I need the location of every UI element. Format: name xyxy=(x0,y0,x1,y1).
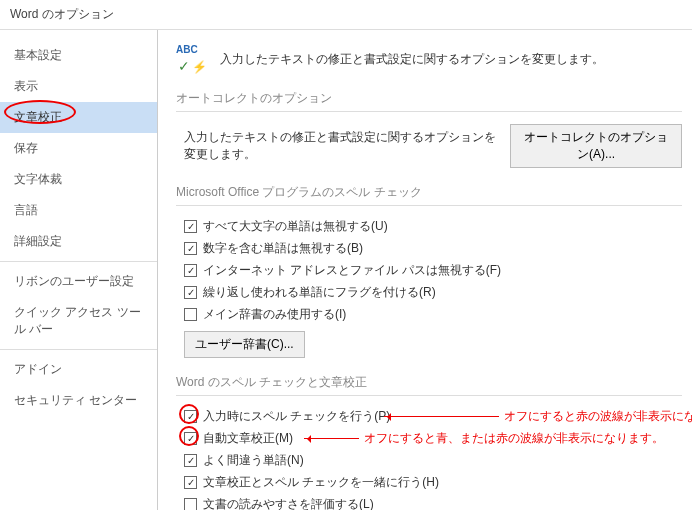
sidebar-divider xyxy=(0,349,157,350)
check-label: インターネット アドレスとファイル パスは無視する(F) xyxy=(203,262,501,279)
check-label: 文章校正とスペル チェックを一緒に行う(H) xyxy=(203,474,439,491)
check-ignore-internet[interactable]: インターネット アドレスとファイル パスは無視する(F) xyxy=(184,262,682,279)
check-flag-repeated[interactable]: 繰り返し使われる単語にフラグを付ける(R) xyxy=(184,284,682,301)
check-confused-words[interactable]: よく間違う単語(N) xyxy=(184,452,682,469)
sidebar-item-advanced[interactable]: 詳細設定 xyxy=(0,226,157,257)
intro-row: ABC ✓ ⚡ 入力したテキストの修正と書式設定に関するオプションを変更します。 xyxy=(176,44,682,74)
check-label: メイン辞書のみ使用する(I) xyxy=(203,306,346,323)
msoffice-spell-list: すべて大文字の単語は無視する(U) 数字を含む単語は無視する(B) インターネッ… xyxy=(184,218,682,358)
sidebar-item-proofing[interactable]: 文章校正 xyxy=(0,102,157,133)
annotation-text: オフにすると赤の波線が非表示になります。 xyxy=(504,408,692,425)
check-ignore-numbers[interactable]: 数字を含む単語は無視する(B) xyxy=(184,240,682,257)
sidebar-item-qat[interactable]: クイック アクセス ツール バー xyxy=(0,297,157,345)
checkbox-icon[interactable] xyxy=(184,432,197,445)
check-label: 繰り返し使われる単語にフラグを付ける(R) xyxy=(203,284,436,301)
check-grammar-with-spelling[interactable]: 文章校正とスペル チェックを一緒に行う(H) xyxy=(184,474,682,491)
sidebar-item-save[interactable]: 保存 xyxy=(0,133,157,164)
checkbox-icon[interactable] xyxy=(184,308,197,321)
checkbox-icon[interactable] xyxy=(184,454,197,467)
section-word-spell-header: Word のスペル チェックと文章校正 xyxy=(176,374,682,396)
checkbox-icon[interactable] xyxy=(184,264,197,277)
autocorrect-row: 入力したテキストの修正と書式設定に関するオプションを変更します。 オートコレクト… xyxy=(184,124,682,168)
autocorrect-options-button[interactable]: オートコレクトのオプション(A)... xyxy=(510,124,682,168)
checkbox-icon[interactable] xyxy=(184,242,197,255)
intro-text: 入力したテキストの修正と書式設定に関するオプションを変更します。 xyxy=(220,51,604,68)
sidebar-divider xyxy=(0,261,157,262)
sidebar-item-addins[interactable]: アドイン xyxy=(0,354,157,385)
check-label: 自動文章校正(M) xyxy=(203,430,293,447)
check-auto-grammar[interactable]: 自動文章校正(M) オフにすると青、または赤の波線が非表示になります。 xyxy=(184,430,682,447)
window-title: Word のオプション xyxy=(0,0,692,30)
check-ignore-uppercase[interactable]: すべて大文字の単語は無視する(U) xyxy=(184,218,682,235)
checkbox-icon[interactable] xyxy=(184,476,197,489)
sidebar-item-language[interactable]: 言語 xyxy=(0,195,157,226)
sidebar: 基本設定 表示 文章校正 保存 文字体裁 言語 詳細設定 リボンのユーザー設定 … xyxy=(0,30,158,510)
checkbox-icon[interactable] xyxy=(184,498,197,510)
checkbox-icon[interactable] xyxy=(184,410,197,423)
proofing-icon: ABC ✓ ⚡ xyxy=(176,44,210,74)
sidebar-item-basic[interactable]: 基本設定 xyxy=(0,40,157,71)
check-label: 数字を含む単語は無視する(B) xyxy=(203,240,363,257)
sidebar-item-display[interactable]: 表示 xyxy=(0,71,157,102)
check-label: 入力時にスペル チェックを行う(P) xyxy=(203,408,390,425)
sidebar-item-trust[interactable]: セキュリティ センター xyxy=(0,385,157,416)
word-spell-list: 入力時にスペル チェックを行う(P) オフにすると赤の波線が非表示になります。 … xyxy=(184,408,682,510)
check-main-dict-only[interactable]: メイン辞書のみ使用する(I) xyxy=(184,306,682,323)
check-readability[interactable]: 文書の読みやすさを評価する(L) xyxy=(184,496,682,510)
checkbox-icon[interactable] xyxy=(184,286,197,299)
sidebar-item-label: 文章校正 xyxy=(14,110,62,124)
checkbox-icon[interactable] xyxy=(184,220,197,233)
main-panel: ABC ✓ ⚡ 入力したテキストの修正と書式設定に関するオプションを変更します。… xyxy=(158,30,692,510)
section-msoffice-spell-header: Microsoft Office プログラムのスペル チェック xyxy=(176,184,682,206)
content-container: 基本設定 表示 文章校正 保存 文字体裁 言語 詳細設定 リボンのユーザー設定 … xyxy=(0,30,692,510)
annotation-text: オフにすると青、または赤の波線が非表示になります。 xyxy=(364,430,664,447)
check-label: すべて大文字の単語は無視する(U) xyxy=(203,218,388,235)
autocorrect-desc: 入力したテキストの修正と書式設定に関するオプションを変更します。 xyxy=(184,129,500,163)
sidebar-item-typography[interactable]: 文字体裁 xyxy=(0,164,157,195)
check-label: 文書の読みやすさを評価する(L) xyxy=(203,496,374,510)
annotation-arrow xyxy=(304,438,359,439)
section-autocorrect-header: オートコレクトのオプション xyxy=(176,90,682,112)
sidebar-item-ribbon[interactable]: リボンのユーザー設定 xyxy=(0,266,157,297)
check-label: よく間違う単語(N) xyxy=(203,452,304,469)
annotation-arrow xyxy=(384,416,499,417)
user-dict-button[interactable]: ユーザー辞書(C)... xyxy=(184,331,305,358)
check-spell-as-type[interactable]: 入力時にスペル チェックを行う(P) オフにすると赤の波線が非表示になります。 xyxy=(184,408,682,425)
